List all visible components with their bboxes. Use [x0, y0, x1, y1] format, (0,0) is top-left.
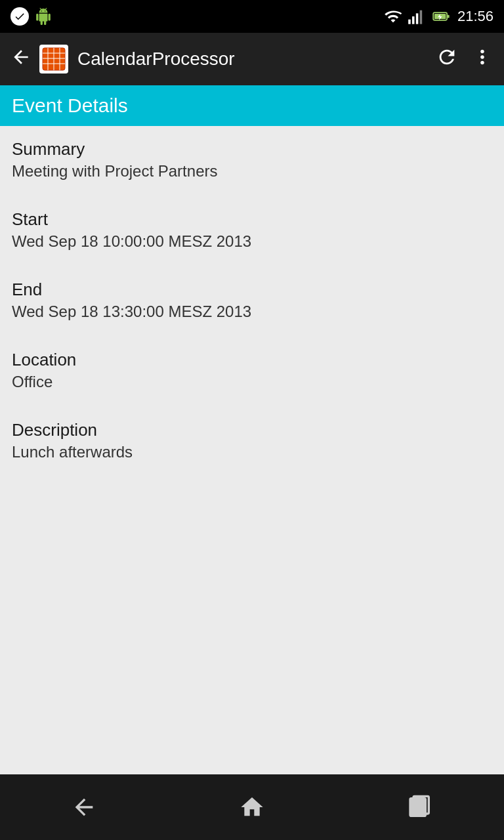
back-button[interactable]	[10, 47, 32, 72]
bottom-nav	[0, 774, 504, 840]
status-time: 21:56	[457, 8, 494, 25]
field-label-location: Location	[12, 350, 492, 370]
field-block-summary: SummaryMeeting with Project Partners	[0, 126, 504, 187]
refresh-button[interactable]	[436, 46, 458, 73]
android-icon	[34, 7, 52, 26]
field-block-end: EndWed Sep 18 13:30:00 MESZ 2013	[0, 266, 504, 327]
check-icon	[10, 7, 29, 26]
field-block-location: LocationOffice	[0, 337, 504, 398]
status-bar: 21:56	[0, 0, 504, 33]
svg-rect-5	[447, 15, 450, 18]
nav-back-button[interactable]	[58, 788, 110, 827]
svg-rect-3	[420, 10, 423, 24]
app-icon	[39, 45, 68, 74]
signal-icon	[408, 7, 426, 26]
section-header: Event Details	[0, 85, 504, 126]
svg-rect-0	[408, 20, 411, 24]
content: SummaryMeeting with Project PartnersStar…	[0, 126, 504, 774]
status-bar-left	[10, 7, 52, 26]
app-bar: CalendarProcessor	[0, 33, 504, 85]
field-block-description: DescriptionLunch afterwards	[0, 407, 504, 468]
nav-recents-button[interactable]	[394, 788, 446, 827]
field-label-start: Start	[12, 209, 492, 230]
field-value-end: Wed Sep 18 13:30:00 MESZ 2013	[12, 303, 492, 321]
nav-home-button[interactable]	[226, 788, 278, 827]
status-icons-right: 21:56	[384, 7, 494, 26]
field-value-location: Office	[12, 373, 492, 391]
section-header-title: Event Details	[12, 94, 128, 116]
field-value-description: Lunch afterwards	[12, 443, 492, 461]
field-value-summary: Meeting with Project Partners	[12, 162, 492, 180]
field-label-end: End	[12, 280, 492, 300]
more-options-button[interactable]	[471, 46, 494, 73]
field-value-start: Wed Sep 18 10:00:00 MESZ 2013	[12, 232, 492, 251]
wifi-icon	[384, 7, 402, 26]
field-label-summary: Summary	[12, 139, 492, 159]
battery-icon	[431, 7, 452, 26]
svg-rect-1	[412, 16, 415, 24]
app-title: CalendarProcessor	[77, 49, 436, 70]
svg-rect-2	[416, 13, 419, 24]
field-block-start: StartWed Sep 18 10:00:00 MESZ 2013	[0, 196, 504, 257]
field-label-description: Description	[12, 420, 492, 440]
app-bar-actions	[436, 46, 494, 73]
